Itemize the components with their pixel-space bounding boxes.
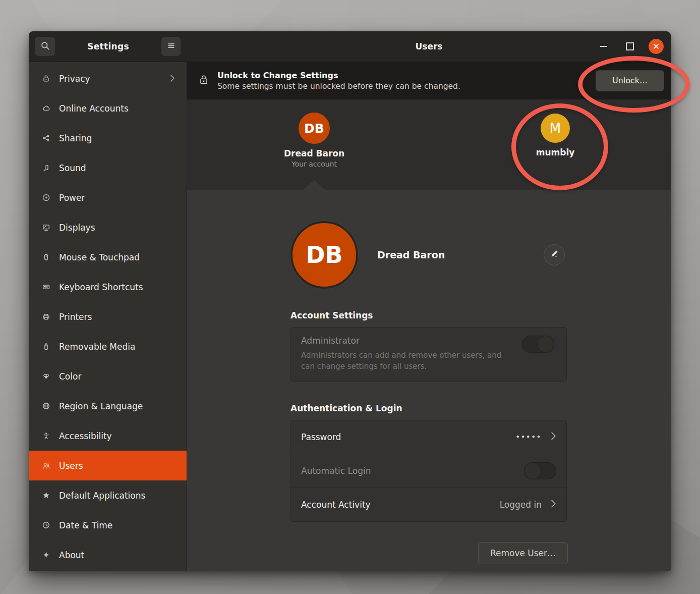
flash-drive-icon bbox=[41, 342, 50, 351]
banner-title: Unlock to Change Settings bbox=[217, 71, 460, 80]
administrator-card: Administrator Administrators can add and… bbox=[290, 327, 567, 382]
account-settings-heading: Account Settings bbox=[290, 310, 567, 320]
cloud-icon bbox=[41, 104, 50, 113]
chevron-right-icon bbox=[169, 74, 176, 84]
account-activity-label: Account Activity bbox=[301, 500, 371, 510]
automatic-login-label: Automatic Login bbox=[301, 466, 371, 476]
music-note-icon bbox=[41, 164, 50, 173]
maximize-button[interactable] bbox=[622, 39, 637, 54]
accessibility-icon bbox=[41, 431, 50, 441]
password-dots: ••••• bbox=[515, 433, 542, 441]
automatic-login-row: Automatic Login bbox=[291, 454, 566, 488]
banner-texts: Unlock to Change Settings Some settings … bbox=[217, 71, 460, 91]
user-detail-panel: DB Dread Baron Account Settings Administ… bbox=[187, 190, 671, 571]
sidebar-item-online-accounts[interactable]: Online Accounts bbox=[29, 93, 187, 123]
mouse-icon bbox=[41, 253, 50, 262]
administrator-description: Administrators can add and remove other … bbox=[301, 350, 513, 372]
sidebar-item-users[interactable]: Users bbox=[29, 451, 187, 480]
sparkle-icon bbox=[41, 551, 50, 560]
sidebar-title: Settings bbox=[55, 41, 161, 51]
profile-avatar: DB bbox=[290, 221, 358, 289]
sidebar-item-displays[interactable]: Displays bbox=[29, 212, 187, 242]
annotation-circle-mumbly bbox=[511, 103, 608, 190]
minimize-icon bbox=[600, 46, 607, 47]
banner-subtitle: Some settings must be unlocked before th… bbox=[217, 82, 460, 91]
sidebar-item-privacy[interactable]: Privacy bbox=[29, 64, 187, 93]
profile-row: DB Dread Baron bbox=[290, 221, 567, 289]
page-title: Users bbox=[416, 41, 443, 51]
password-label: Password bbox=[301, 432, 341, 442]
display-icon bbox=[41, 223, 50, 232]
sidebar-item-keyboard-shortcuts[interactable]: Keyboard Shortcuts bbox=[29, 272, 187, 302]
pencil-icon bbox=[550, 249, 559, 260]
lock-icon bbox=[41, 74, 50, 83]
close-icon: ✕ bbox=[653, 42, 660, 51]
authentication-card: Password ••••• Automatic Login Acc bbox=[290, 420, 567, 522]
sidebar: Settings Privacy Online Accounts Sharing bbox=[29, 31, 187, 571]
power-icon bbox=[41, 193, 50, 202]
sidebar-item-printers[interactable]: Printers bbox=[29, 302, 187, 332]
sidebar-item-color[interactable]: Color bbox=[29, 361, 187, 391]
sidebar-item-sharing[interactable]: Sharing bbox=[29, 123, 187, 153]
main-headerbar: Users ✕ bbox=[187, 31, 671, 62]
search-button[interactable] bbox=[35, 37, 55, 56]
user-subtitle: Your account bbox=[259, 160, 370, 168]
share-icon bbox=[41, 134, 50, 143]
authentication-heading: Authentication & Login bbox=[290, 403, 567, 413]
sidebar-item-accessibility[interactable]: Accessibility bbox=[29, 421, 187, 451]
toggle-knob bbox=[537, 336, 554, 353]
user-card-dread-baron[interactable]: DB Dread Baron Your account bbox=[259, 113, 370, 168]
hamburger-menu-icon bbox=[167, 41, 176, 52]
sidebar-item-default-applications[interactable]: Default Applications bbox=[29, 480, 187, 510]
account-activity-value: Logged in bbox=[500, 500, 542, 510]
sidebar-item-mouse-touchpad[interactable]: Mouse & Touchpad bbox=[29, 242, 187, 272]
remove-user-button[interactable]: Remove User… bbox=[478, 542, 568, 564]
primary-menu-button[interactable] bbox=[161, 37, 181, 56]
main-panel: Users ✕ Unlock to Change Settings Some s… bbox=[187, 31, 671, 571]
padlock-icon bbox=[198, 74, 209, 88]
users-icon bbox=[41, 461, 50, 470]
rename-button[interactable] bbox=[544, 244, 565, 265]
annotation-circle-unlock bbox=[578, 56, 690, 113]
sidebar-list: Privacy Online Accounts Sharing Sound Po… bbox=[29, 62, 187, 571]
toggle-knob bbox=[524, 462, 541, 479]
color-circles-icon bbox=[41, 372, 50, 381]
account-activity-row[interactable]: Account Activity Logged in bbox=[291, 488, 566, 521]
sidebar-item-power[interactable]: Power bbox=[29, 183, 187, 212]
sidebar-item-sound[interactable]: Sound bbox=[29, 153, 187, 183]
sidebar-header: Settings bbox=[29, 31, 187, 62]
selected-user-pointer bbox=[303, 180, 326, 190]
user-name: Dread Baron bbox=[259, 148, 370, 158]
administrator-toggle[interactable] bbox=[522, 336, 554, 353]
sidebar-item-about[interactable]: About bbox=[29, 540, 187, 570]
administrator-label: Administrator bbox=[301, 336, 556, 346]
sidebar-item-date-time[interactable]: Date & Time bbox=[29, 510, 187, 540]
minimize-button[interactable] bbox=[596, 39, 611, 54]
close-button[interactable]: ✕ bbox=[649, 39, 664, 54]
sidebar-item-region-language[interactable]: Region & Language bbox=[29, 391, 187, 421]
profile-name: Dread Baron bbox=[377, 249, 445, 260]
search-icon bbox=[40, 41, 50, 52]
globe-icon bbox=[41, 402, 50, 411]
sidebar-item-removable-media[interactable]: Removable Media bbox=[29, 332, 187, 361]
printer-icon bbox=[41, 312, 50, 321]
automatic-login-toggle[interactable] bbox=[524, 462, 556, 479]
chevron-right-icon bbox=[551, 432, 556, 442]
clock-icon bbox=[41, 521, 50, 530]
star-icon bbox=[41, 491, 50, 500]
keyboard-icon bbox=[41, 283, 50, 292]
avatar: DB bbox=[299, 113, 330, 144]
password-row[interactable]: Password ••••• bbox=[291, 420, 566, 454]
chevron-right-icon bbox=[551, 500, 556, 510]
maximize-icon bbox=[626, 42, 634, 50]
